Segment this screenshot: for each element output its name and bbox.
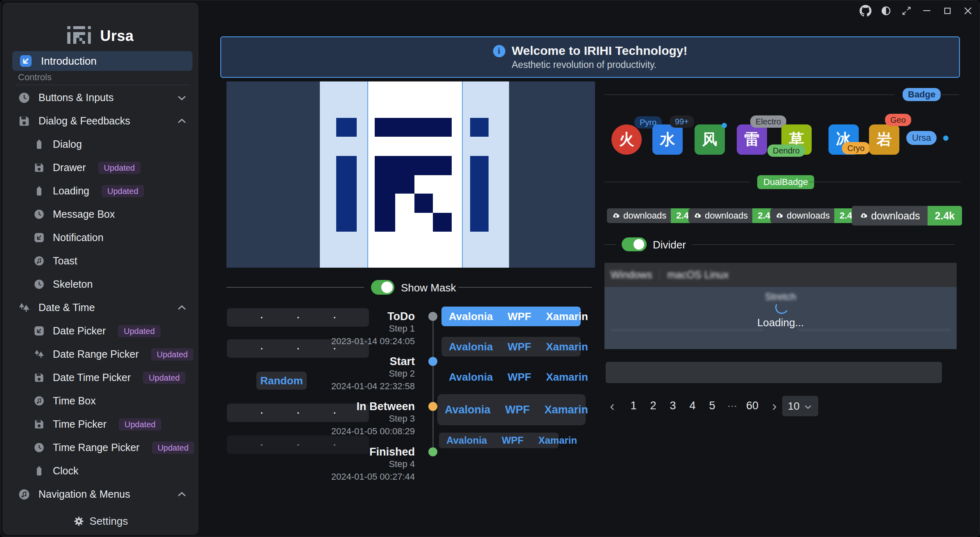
- divider-toggle[interactable]: [622, 237, 647, 251]
- sidebar-item-label: Introduction: [41, 55, 97, 68]
- tile-char: 雷: [745, 129, 760, 150]
- tab-windows[interactable]: Windows: [611, 269, 652, 281]
- sidebar-item-label: Loading: [53, 185, 89, 197]
- irihi-logo-pixel: [375, 156, 452, 175]
- pagination-next-button[interactable]: ›: [770, 394, 779, 417]
- button-group-solid: AvaloniaWPFXamarin: [441, 307, 581, 326]
- pagination-page-2[interactable]: 2: [646, 394, 660, 417]
- sidebar-section-label: Controls: [18, 72, 52, 83]
- button-wpf[interactable]: WPF: [498, 404, 537, 416]
- page-size-dropdown[interactable]: 10: [782, 396, 818, 416]
- pagination-prev-button[interactable]: ‹: [607, 394, 617, 417]
- button-avalonia[interactable]: Avalonia: [441, 341, 500, 353]
- sidebar-item-toast[interactable]: Toast: [3, 249, 198, 273]
- updated-badge: Updated: [118, 325, 161, 337]
- button-wpf[interactable]: WPF: [500, 310, 539, 323]
- updated-badge: Updated: [152, 442, 195, 454]
- loading-panel-body: StretchLoading...: [604, 287, 957, 349]
- mask-demo-image: [226, 81, 595, 268]
- sidebar-item-label: Date Picker: [53, 325, 106, 337]
- maximize-icon[interactable]: [941, 5, 953, 17]
- sidebar-item-notification[interactable]: Notification: [3, 226, 198, 249]
- loading-panel-tabs: WindowsmacOS Linux: [604, 263, 957, 287]
- badge-tile-dot: 风: [695, 124, 725, 155]
- app-logo: Ursa: [3, 26, 198, 45]
- button-group-small: AvaloniaWPFXamarin: [439, 433, 559, 448]
- sidebar-item-dialog[interactable]: Dialog: [3, 133, 198, 156]
- sidebar-item-message-box[interactable]: Message Box: [3, 203, 198, 226]
- floppy-icon: [34, 162, 45, 173]
- tab-separator: [659, 269, 660, 281]
- button-xamarin[interactable]: Xamarin: [539, 310, 595, 323]
- close-icon[interactable]: [962, 5, 974, 17]
- button-avalonia[interactable]: Avalonia: [441, 310, 500, 323]
- fullscreen-icon[interactable]: [900, 5, 912, 17]
- mask-guide-line: [367, 81, 368, 268]
- sidebar-item-skeleton[interactable]: Skeleton: [3, 273, 198, 296]
- badge-tile-99: 水: [652, 124, 683, 155]
- chevron-up-icon[interactable]: [177, 489, 187, 500]
- app-title: Ursa: [100, 27, 134, 45]
- sidebar-item-date-time[interactable]: Date & Time: [3, 296, 198, 319]
- minimize-icon[interactable]: [921, 5, 933, 17]
- sidebar-item-date-time-picker[interactable]: Date Time PickerUpdated: [3, 366, 198, 389]
- irihi-logo-pixel: [375, 118, 452, 137]
- music-icon: [34, 395, 45, 406]
- button-group-large: AvaloniaWPFXamarin: [437, 394, 586, 425]
- button-wpf[interactable]: WPF: [494, 435, 531, 446]
- floppy-icon: [34, 419, 45, 430]
- show-mask-toggle[interactable]: [371, 280, 394, 295]
- clock-icon: [34, 209, 45, 220]
- pagination-ellipsis: ···: [724, 394, 740, 417]
- sidebar-item-date-picker[interactable]: Date PickerUpdated: [3, 319, 198, 343]
- button-avalonia[interactable]: Avalonia: [439, 435, 494, 446]
- button-xamarin[interactable]: Xamarin: [537, 404, 596, 416]
- button-xamarin[interactable]: Xamarin: [539, 371, 595, 384]
- sidebar-item-dialog-feedbacks[interactable]: Dialog & Feedbacks: [3, 109, 198, 133]
- sidebar-item-clock[interactable]: Clock: [3, 459, 198, 483]
- settings-button[interactable]: Settings: [3, 508, 198, 534]
- sidebar-item-drawer[interactable]: DrawerUpdated: [3, 156, 198, 179]
- tile-char: 风: [702, 129, 717, 150]
- sidebar-item-navigation-menus[interactable]: Navigation & Menus: [3, 483, 198, 506]
- button-avalonia[interactable]: Avalonia: [437, 404, 498, 416]
- tab-macos-linux[interactable]: macOS Linux: [667, 269, 729, 281]
- updated-badge: Updated: [119, 418, 161, 431]
- timeline-step-time: 2023-01-14 09:24:05: [226, 336, 415, 347]
- github-icon[interactable]: [859, 5, 871, 17]
- sidebar-item-time-picker[interactable]: Time PickerUpdated: [3, 413, 198, 436]
- chevron-down-icon[interactable]: [177, 93, 187, 103]
- pagination-page-1[interactable]: 1: [627, 394, 641, 417]
- irihi-logo-pixel: [414, 194, 433, 213]
- chevron-up-icon[interactable]: [177, 302, 187, 313]
- pagination-page-60[interactable]: 60: [743, 394, 761, 417]
- timeline-step-title: In Between: [226, 399, 415, 413]
- button-xamarin[interactable]: Xamarin: [539, 341, 595, 353]
- chevron-up-icon[interactable]: [177, 116, 187, 126]
- pagination-page-5[interactable]: 5: [705, 394, 719, 417]
- button-wpf[interactable]: WPF: [500, 341, 539, 353]
- sidebar-item-date-range-picker[interactable]: Date Range PickerUpdated: [3, 343, 198, 366]
- sidebar-item-loading[interactable]: LoadingUpdated: [3, 179, 198, 203]
- floppy-icon: [18, 115, 30, 127]
- button-wpf[interactable]: WPF: [500, 371, 539, 384]
- timeline-dot: [428, 357, 437, 366]
- clock-icon: [18, 92, 30, 104]
- timeline-step-title: ToDo: [226, 309, 415, 323]
- mask-guide-line: [462, 81, 463, 268]
- sidebar-item-introduction[interactable]: Introduction: [12, 51, 192, 71]
- sidebar-item-label: Date Range Picker: [53, 348, 139, 360]
- download-label-text: downloads: [787, 210, 830, 221]
- theme-toggle-icon[interactable]: [880, 5, 892, 17]
- pagination-page-3[interactable]: 3: [666, 394, 680, 417]
- button-xamarin[interactable]: Xamarin: [531, 435, 584, 446]
- pagination-page-4[interactable]: 4: [686, 394, 699, 417]
- sidebar-item-time-range-picker[interactable]: Time Range PickerUpdated: [3, 436, 198, 459]
- skeleton-dot: [297, 348, 299, 350]
- sidebar-item-buttons-inputs[interactable]: Buttons & Inputs: [3, 86, 198, 109]
- button-avalonia[interactable]: Avalonia: [441, 371, 500, 384]
- irihi-logo-pixel: [470, 156, 489, 232]
- standalone-badge-pill: Ursa: [906, 131, 937, 145]
- sidebar-item-time-box[interactable]: Time Box: [3, 389, 198, 413]
- standalone-badge-dot: [943, 135, 948, 141]
